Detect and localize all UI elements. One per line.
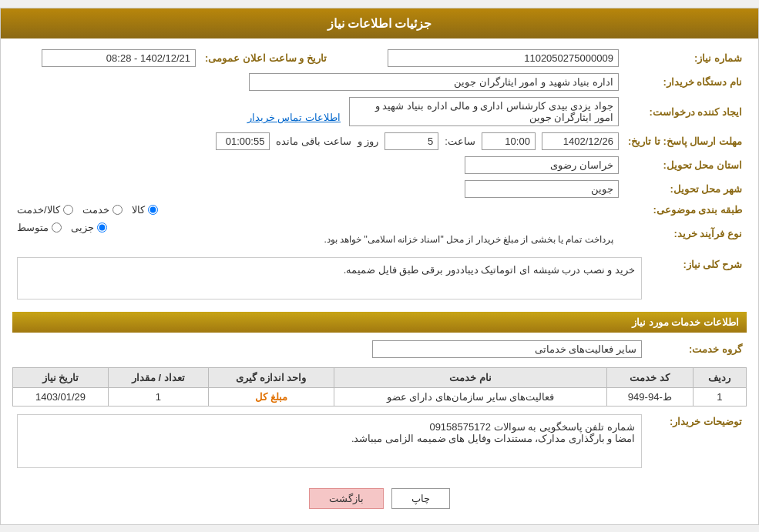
services-table-head: ردیف کد خدمت نام خدمت واحد اندازه گیری ت… [13,368,747,388]
services-table-body: 1 ط-94-949 فعالیت‌های سایر سازمان‌های دا… [13,388,747,407]
creator-value: جواد یزدی بیدی کارشناس اداری و مالی ادار… [349,97,619,126]
table-row: 1 ط-94-949 فعالیت‌های سایر سازمان‌های دا… [13,388,747,407]
process-notice: پرداخت تمام یا بخشی از مبلغ خریدار از مح… [324,234,613,245]
back-button[interactable]: بازگشت [309,488,384,509]
province-label: استان محل تحویل: [623,153,747,177]
category-khedmat-label: خدمت [82,204,109,216]
print-button[interactable]: چاپ [391,488,450,509]
cell-date: 1403/01/29 [13,388,109,407]
bottom-buttons: بازگشت چاپ [12,480,747,517]
services-table: ردیف کد خدمت نام خدمت واحد اندازه گیری ت… [12,367,747,407]
group-label: گروه خدمت: [646,337,747,361]
row-province: استان محل تحویل: خراسان رضوی [12,153,747,177]
description-label: شرح کلی نیاز: [646,254,747,306]
deadline-days: 5 [385,132,438,150]
services-table-header-row: ردیف کد خدمت نام خدمت واحد اندازه گیری ت… [13,368,747,388]
row-city: شهر محل تحویل: جوین [12,177,747,201]
row-org: نام دستگاه خریدار: اداره بنیاد شهید و ام… [12,70,747,94]
province-value: خراسان رضوی [465,156,619,174]
cell-code: ط-94-949 [607,388,694,407]
remaining-time: 01:00:55 [216,132,270,150]
deadline-days-label: روز و [358,136,379,147]
group-row: گروه خدمت: سایر فعالیت‌های خدماتی [12,337,747,361]
row-category: طبقه بندی موضوعی: کالا/خدمت خدمت کالا [12,201,747,219]
row-deadline: مهلت ارسال پاسخ: تا تاریخ: 01:00:55 ساعت… [12,129,747,153]
city-label: شهر محل تحویل: [623,177,747,201]
category-radio-group: کالا/خدمت خدمت کالا [17,204,619,216]
cell-quantity: 1 [108,388,208,407]
process-mota-radio[interactable] [52,223,62,233]
city-value: جوین [465,180,619,198]
col-quantity: تعداد / مقدار [108,368,208,388]
creator-label: ایجاد کننده درخواست: [623,94,747,129]
page-wrapper: جزئیات اطلاعات نیاز شماره نیاز: 11020502… [0,8,759,525]
page-header: جزئیات اطلاعات نیاز [1,8,758,38]
deadline-date: 1402/12/26 [542,132,619,150]
org-value: اداره بنیاد شهید و امور ایثارگران جوین [249,73,619,91]
date-label: تاریخ و ساعت اعلان عمومی: [200,46,331,70]
number-value: 1102050275000009 [388,49,619,67]
deadline-label: مهلت ارسال پاسخ: تا تاریخ: [623,129,747,153]
category-khedmat-item: خدمت [82,204,123,216]
page-title: جزئیات اطلاعات نیاز [327,17,432,30]
row-creator: ایجاد کننده درخواست: جواد یزدی بیدی کارش… [12,94,747,129]
process-jozi-label: جزیی [71,222,94,233]
buyer-desc-label: توضیحات خریدار: [646,411,747,474]
contact-link[interactable]: اطلاعات تماس خریدار [247,112,341,123]
category-khedmat-radio[interactable] [113,205,123,215]
row-number-date: شماره نیاز: 1102050275000009 تاریخ و ساع… [12,46,747,70]
cell-unit: مبلغ کل [208,388,334,407]
deadline-time: 10:00 [482,132,536,150]
number-label: شماره نیاز: [623,46,747,70]
col-code: کد خدمت [607,368,694,388]
category-label: طبقه بندی موضوعی: [623,201,747,219]
info-table: شماره نیاز: 1102050275000009 تاریخ و ساع… [12,46,747,248]
category-kala-item: کالا [132,204,158,216]
category-kala-khedmat-radio[interactable] [63,205,73,215]
cell-name: فعالیت‌های سایر سازمان‌های دارای عضو [334,388,607,407]
services-section-header: اطلاعات خدمات مورد نیاز [12,312,747,333]
col-row: ردیف [693,368,746,388]
process-jozi-radio[interactable] [97,223,107,233]
org-label: نام دستگاه خریدار: [623,70,747,94]
category-kala-khedmat-label: کالا/خدمت [17,204,60,216]
process-label: نوع فرآیند خرید: [623,219,747,248]
description-row: شرح کلی نیاز: خرید و نصب درب شیشه ای اتو… [12,254,747,306]
row-process: نوع فرآیند خرید: متوسط جزیی پرداخت تم [12,219,747,248]
cell-row: 1 [693,388,746,407]
process-radio-group: متوسط جزیی [17,222,619,233]
deadline-time-label: ساعت: [445,136,475,147]
main-content: شماره نیاز: 1102050275000009 تاریخ و ساع… [1,38,758,524]
col-date: تاریخ نیاز [13,368,109,388]
process-mota-label: متوسط [17,222,49,233]
col-unit: واحد اندازه گیری [208,368,334,388]
buyer-desc-row: توضیحات خریدار: شماره تلفن پاسخگویی به س… [12,411,747,474]
buyer-desc-table: توضیحات خریدار: شماره تلفن پاسخگویی به س… [12,411,747,474]
date-value: 1402/12/21 - 08:28 [42,49,196,67]
category-kala-radio[interactable] [148,205,158,215]
remaining-label: ساعت باقی مانده [276,136,351,147]
description-value: خرید و نصب درب شیشه ای اتوماتیک دیباددور… [17,257,642,299]
buyer-desc-value: شماره تلفن پاسخگویی به سوالات 0915857517… [17,414,642,468]
col-name: نام خدمت [334,368,607,388]
category-kala-khedmat-item: کالا/خدمت [17,204,73,216]
group-value: سایر فعالیت‌های خدماتی [372,340,642,358]
category-kala-label: کالا [132,204,145,216]
description-table: شرح کلی نیاز: خرید و نصب درب شیشه ای اتو… [12,254,747,306]
services-title: اطلاعات خدمات مورد نیاز [632,316,739,328]
group-table: گروه خدمت: سایر فعالیت‌های خدماتی [12,337,747,361]
process-jozi-item: جزیی [71,222,107,233]
process-mota-item: متوسط [17,222,62,233]
